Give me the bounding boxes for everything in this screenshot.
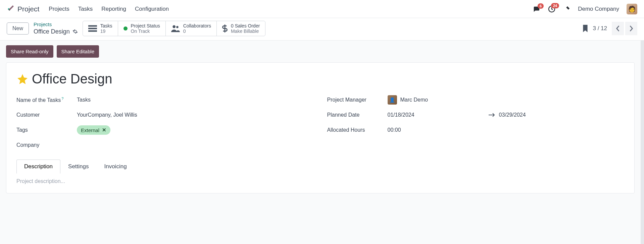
label-company: Company [16, 142, 77, 148]
value-customer[interactable]: YourCompany, Joel Willis [77, 112, 137, 118]
stat-tasks[interactable]: Tasks19 [83, 21, 118, 36]
tab-settings[interactable]: Settings [60, 160, 96, 174]
label-allocated-hours: Allocated Hours [327, 127, 388, 133]
label-planned-date: Planned Date [327, 112, 388, 118]
tab-description[interactable]: Description [16, 160, 60, 174]
label-tags: Tags [16, 127, 77, 133]
value-allocated-hours[interactable]: 00:00 [388, 127, 401, 133]
breadcrumb: Projects Office Design [34, 21, 78, 35]
app-logo[interactable]: Project [7, 5, 39, 13]
activities-button[interactable]: 24 [548, 5, 556, 13]
status-dot-icon [123, 26, 128, 30]
dollar-icon [222, 24, 228, 33]
chevron-left-icon [615, 25, 620, 32]
label-name-of-tasks: Name of the Tasks? [16, 97, 77, 103]
pager-counter[interactable]: 3 / 12 [593, 25, 607, 32]
chevron-right-icon [629, 25, 634, 32]
list-icon [88, 25, 97, 32]
label-customer: Customer [16, 112, 77, 118]
value-date-end[interactable]: 03/29/2024 [499, 112, 526, 118]
help-icon[interactable]: ? [61, 97, 63, 101]
share-readonly-button[interactable]: Share Read-only [6, 45, 53, 58]
arrow-right-icon [488, 113, 495, 117]
svg-point-5 [176, 26, 179, 28]
breadcrumb-current: Office Design [34, 28, 70, 36]
value-date-start[interactable]: 01/18/2024 [388, 112, 414, 118]
users-icon [171, 25, 180, 32]
description-editor[interactable]: Project description... [16, 178, 624, 184]
tag-external[interactable]: External ✕ [77, 125, 110, 135]
tag-remove-icon[interactable]: ✕ [102, 127, 106, 133]
bookmark-icon[interactable] [583, 25, 588, 32]
label-project-manager: Project Manager [327, 97, 388, 103]
nav-reporting[interactable]: Reporting [101, 6, 126, 12]
tools-button[interactable] [563, 5, 571, 13]
company-selector[interactable]: Demo Company [578, 6, 619, 12]
stat-sales-order[interactable]: 0 Sales OrderMake Billable [216, 21, 265, 36]
wrench-icon [563, 5, 571, 13]
svg-rect-3 [88, 30, 97, 32]
svg-rect-2 [88, 28, 97, 29]
pager-next[interactable] [625, 22, 637, 35]
value-name-of-tasks[interactable]: Tasks [77, 97, 91, 103]
user-avatar[interactable]: 🧑 [627, 4, 637, 14]
stat-project-status[interactable]: Project StatusOn Track [118, 21, 165, 36]
svg-rect-1 [88, 25, 97, 26]
stat-collaborators[interactable]: Collaborators0 [165, 21, 216, 36]
page-title: Office Design [32, 71, 112, 86]
gear-icon[interactable] [72, 29, 78, 34]
nav-tasks[interactable]: Tasks [78, 6, 93, 12]
pager-prev[interactable] [612, 22, 624, 35]
tab-invoicing[interactable]: Invoicing [96, 160, 134, 174]
value-project-manager[interactable]: Marc Demo [400, 97, 428, 103]
share-editable-button[interactable]: Share Editable [57, 45, 99, 58]
breadcrumb-projects[interactable]: Projects [34, 21, 78, 28]
messages-badge: 6 [538, 3, 544, 9]
svg-point-4 [172, 25, 176, 28]
checkmark-icon [7, 5, 15, 13]
new-button[interactable]: New [7, 22, 29, 35]
favorite-star-icon[interactable] [16, 73, 29, 85]
manager-avatar: 👤 [388, 95, 397, 105]
activities-badge: 24 [551, 3, 559, 8]
nav-configuration[interactable]: Configuration [135, 6, 169, 12]
app-name: Project [17, 5, 39, 13]
messages-button[interactable]: 6 [532, 5, 540, 13]
nav-projects[interactable]: Projects [49, 6, 69, 12]
